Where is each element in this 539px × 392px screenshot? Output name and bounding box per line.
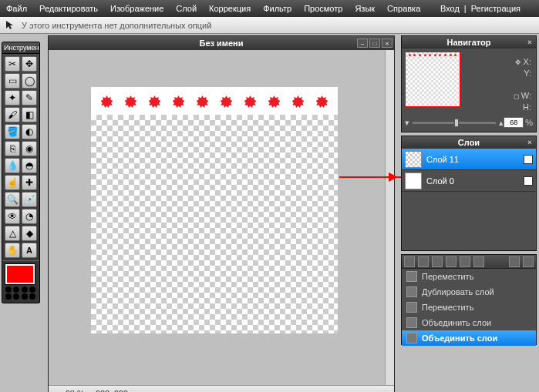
canvas-viewport[interactable]: [49, 50, 385, 385]
layer-name[interactable]: Слой 11: [426, 155, 459, 164]
zoom-slider[interactable]: ▾ ▴ 68 %: [405, 116, 533, 129]
layer-tool-button[interactable]: [523, 256, 534, 267]
layer-tool-button[interactable]: [509, 256, 520, 267]
minimize-button[interactable]: –: [357, 39, 368, 48]
menu-file[interactable]: Файл: [6, 4, 27, 13]
close-button[interactable]: ×: [382, 39, 392, 48]
ctx-merge[interactable]: Объединить слои: [402, 315, 536, 330]
layer-thumbnail[interactable]: [405, 151, 422, 168]
layer-row[interactable]: Слой 0 ✓: [402, 170, 536, 192]
layer-row[interactable]: Слой 11 ✓: [402, 149, 536, 170]
menu-help[interactable]: Справка: [387, 4, 420, 13]
layer-visibility-checkbox[interactable]: ✓: [524, 155, 533, 164]
sponge-tool[interactable]: ◓: [22, 158, 37, 173]
zoom-input[interactable]: 68: [504, 117, 524, 128]
sharpen-tool[interactable]: △: [5, 226, 20, 241]
bucket-tool[interactable]: 🪣: [5, 124, 20, 139]
menu-edit[interactable]: Редактировать: [39, 4, 98, 13]
foreground-color-swatch[interactable]: [5, 264, 35, 284]
navigator-title[interactable]: Навигатор ×: [402, 36, 536, 49]
gradient-tool[interactable]: ◐: [22, 124, 37, 139]
marquee-tool[interactable]: ▭: [5, 73, 20, 89]
star-shape: [125, 95, 137, 108]
menu-adjust[interactable]: Коррекция: [209, 4, 251, 13]
layer-visibility-checkbox[interactable]: ✓: [524, 176, 533, 186]
layer-tool-button[interactable]: [404, 256, 415, 267]
picker-tool[interactable]: 💉: [22, 192, 37, 207]
color-history-item[interactable]: [29, 293, 35, 300]
brush-tool[interactable]: 🖌: [5, 107, 20, 122]
layer-tool-button[interactable]: [418, 256, 429, 267]
dodge-tool[interactable]: ◔: [22, 209, 37, 224]
vertical-scrollbar[interactable]: [385, 50, 394, 385]
canvas-dimensions: 600x600 px: [96, 389, 140, 393]
hand-tool[interactable]: ✋: [5, 243, 20, 258]
ctx-duplicate[interactable]: Дублировать слой: [402, 284, 536, 300]
move-tool-icon: [5, 19, 17, 32]
menu-login[interactable]: Вход: [440, 4, 460, 13]
shapes-tool[interactable]: ◆: [22, 226, 37, 241]
lasso-tool[interactable]: ◯: [22, 73, 37, 89]
color-history-item[interactable]: [13, 293, 19, 300]
menu-image[interactable]: Изображение: [110, 4, 163, 13]
color-history-item[interactable]: [5, 293, 12, 300]
close-icon[interactable]: ×: [525, 38, 534, 47]
smudge-tool[interactable]: ☝: [5, 175, 20, 190]
crop-tool[interactable]: ✂: [5, 56, 20, 72]
document-titlebar[interactable]: Без имени – □ ×: [49, 36, 394, 50]
canvas[interactable]: [91, 87, 338, 333]
clone-tool[interactable]: ⎘: [5, 141, 20, 156]
layers-panel: Слои × Слой 11 ✓ Слой 0 ✓: [401, 136, 537, 251]
close-icon[interactable]: ×: [525, 138, 534, 147]
ctx-merge-all[interactable]: Объединить слои: [402, 330, 536, 346]
menu-view[interactable]: Просмотр: [304, 4, 342, 13]
ctx-move[interactable]: Переместить: [402, 269, 536, 284]
layer-tool-button[interactable]: [432, 256, 443, 267]
layer-thumbnail[interactable]: [405, 173, 422, 189]
type-tool[interactable]: A: [22, 243, 37, 258]
color-history-item[interactable]: [29, 286, 35, 293]
document-title: Без имени: [200, 39, 244, 48]
navigator-thumbnail[interactable]: [405, 52, 460, 107]
pencil-tool[interactable]: ✎: [22, 90, 37, 106]
toolbox-title: Инструмен: [2, 42, 39, 54]
layer-tool-button[interactable]: [460, 256, 470, 267]
layers-list: Слой 11 ✓ Слой 0 ✓: [402, 149, 536, 250]
zoom-pct-label: %: [525, 118, 533, 127]
move-tool[interactable]: ✥: [22, 56, 37, 72]
redeye-tool[interactable]: 👁: [5, 209, 20, 224]
menu-filter[interactable]: Фильтр: [263, 4, 291, 13]
heal-tool[interactable]: ✚: [22, 175, 37, 190]
menu-register[interactable]: Регистрация: [471, 4, 520, 13]
options-text: У этого инструмента нет дополнительных о…: [22, 21, 211, 30]
replace-tool[interactable]: ◉: [22, 141, 37, 156]
ctx-move-2[interactable]: Переместить: [402, 300, 536, 315]
eraser-tool[interactable]: ◧: [22, 107, 37, 122]
menu-lang[interactable]: Язык: [355, 4, 375, 13]
menu-layer[interactable]: Слой: [176, 4, 197, 13]
color-history-item[interactable]: [22, 286, 28, 293]
layer-name[interactable]: Слой 0: [426, 176, 454, 186]
merge-icon: [406, 317, 417, 328]
color-history-item[interactable]: [22, 293, 28, 300]
layer-tool-button[interactable]: [446, 256, 456, 267]
star-shape: [149, 95, 161, 108]
status-bar: 68 % 600x600 px: [49, 385, 394, 392]
star-shape: [101, 95, 113, 108]
wand-tool[interactable]: ✦: [5, 90, 20, 106]
maximize-button[interactable]: □: [369, 39, 380, 48]
zoom-out-icon[interactable]: ▾: [405, 118, 409, 128]
zoom-pct: %: [77, 389, 85, 393]
layer-tool-button[interactable]: [473, 256, 484, 267]
move-icon: [406, 271, 417, 282]
layers-title-text: Слои: [458, 138, 480, 147]
zoom-tool[interactable]: 🔍: [5, 192, 20, 207]
toolbox-panel: Инструмен ✂ ✥ ▭ ◯ ✦ ✎ 🖌 ◧ 🪣 ◐ ⎘ ◉ 💧 ◓ ☝ …: [2, 42, 40, 303]
color-history-item[interactable]: [5, 286, 12, 293]
color-history-item[interactable]: [13, 286, 19, 293]
shapes-row: [91, 93, 338, 110]
menu-sep: |: [464, 4, 467, 13]
blur-tool[interactable]: 💧: [5, 158, 20, 173]
duplicate-icon: [406, 286, 417, 297]
layers-title[interactable]: Слои ×: [402, 136, 536, 149]
